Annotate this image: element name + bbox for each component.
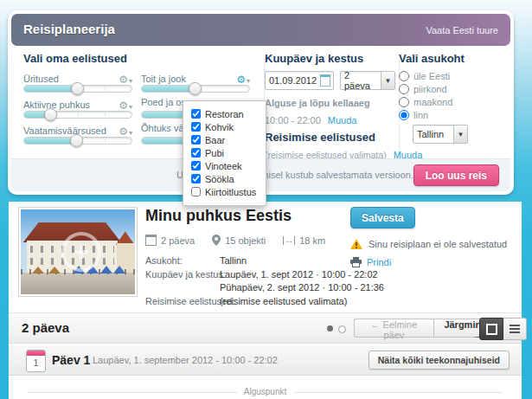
gear-icon: ⚙: [119, 125, 128, 138]
dropdown-item-vinoteek[interactable]: Vinoteek: [191, 159, 266, 172]
slider-tick: [105, 113, 106, 117]
map-view-toggle[interactable]: [479, 318, 503, 340]
meta-days-value: 2 päeva: [161, 235, 195, 246]
show-directions-button[interactable]: Näita kõiki teekonnajuhiseid: [369, 351, 510, 370]
photo-tent: [32, 267, 44, 274]
checkbox[interactable]: [191, 135, 201, 145]
slider-handle[interactable]: [189, 82, 202, 95]
calendar-icon[interactable]: [320, 74, 330, 87]
pager-dot-2[interactable]: [338, 325, 346, 333]
date-value: 01.09.2012: [266, 75, 320, 86]
detail-value: Pühapäev, 2. sept 2012 · 10:00 - 21:36: [220, 282, 384, 293]
save-button[interactable]: Salvesta: [350, 207, 415, 228]
caret-down-icon[interactable]: ▼: [381, 72, 394, 89]
slider-handle[interactable]: [71, 82, 84, 95]
dropdown-item-label: Vinoteek: [205, 161, 242, 171]
dropdown-item-label: Baar: [205, 135, 225, 145]
dropdown-item-label: Söökla: [205, 174, 234, 184]
checkbox[interactable]: [191, 161, 201, 171]
pager-dot-1[interactable]: [327, 325, 333, 331]
dropdown-item-restoran[interactable]: Restoran: [191, 107, 266, 120]
slider-label: Poed ja os: [141, 97, 186, 107]
dropdown-item-baar[interactable]: Baar: [191, 133, 266, 146]
print-row: Prindi: [350, 257, 391, 267]
checkbox[interactable]: [191, 187, 201, 196]
duration-select[interactable]: 2 päeva ▼: [340, 71, 395, 90]
gear-icon: ⚙: [236, 74, 246, 86]
slider-handle[interactable]: [70, 134, 83, 147]
caret-down-icon: ▾: [129, 129, 132, 137]
food-drink-dropdown: Restoran Kohvik Baar Pubi Vinoteek Söökl…: [183, 100, 266, 206]
radio-label: maakond: [413, 97, 452, 107]
slider-label: Vaatamisväärsused: [23, 125, 106, 136]
view-tours-link[interactable]: Vaata Eesti tuure: [426, 25, 498, 35]
duration-value: 2 päeva: [341, 70, 381, 91]
city-select[interactable]: Tallinn ▼: [413, 125, 468, 144]
location-heading: Vali asukoht: [399, 52, 465, 65]
dropdown-item-kiirtoitlustus[interactable]: Kiirtoitlustus: [191, 185, 266, 198]
warning-text: Sinu reisiplaan ei ole salvestatud: [369, 239, 507, 249]
slider-label: Toit ja jook: [141, 74, 186, 84]
dropdown-item-pubi[interactable]: Pubi: [191, 146, 266, 159]
radio-button[interactable]: [399, 71, 409, 81]
date-input[interactable]: 01.09.2012: [265, 71, 334, 90]
caret-down-icon: ▾: [129, 103, 132, 111]
photo-tent: [48, 267, 61, 274]
list-view-toggle[interactable]: [503, 318, 527, 340]
radio-ule-eesti[interactable]: üle Eesti: [399, 71, 450, 81]
slider-fill: [24, 86, 78, 92]
detail-value: Tallinn: [220, 255, 247, 266]
app-title: Reisiplaneerija: [23, 22, 115, 36]
print-link[interactable]: Prindi: [367, 257, 391, 267]
photo-tent: [100, 266, 112, 274]
slider-track[interactable]: [23, 85, 132, 93]
dropdown-item-sookla[interactable]: Söökla: [191, 172, 266, 185]
slider-handle[interactable]: [44, 108, 57, 121]
slider-fill: [24, 138, 77, 144]
unsaved-warning: Sinu reisiplaan ei ole salvestatud: [350, 239, 507, 249]
detail-label: Kuupäev ja kestus:: [145, 269, 226, 280]
meta-days: 2 päeva: [145, 235, 195, 246]
slider-fill: [142, 86, 195, 92]
radio-maakond[interactable]: maakond: [399, 97, 452, 107]
slider-track[interactable]: [23, 137, 132, 145]
slider-track[interactable]: [141, 85, 250, 93]
previous-day-button[interactable]: ← Eelmine päev: [354, 319, 433, 338]
radio-label: linn: [413, 110, 428, 120]
list-view-icon: [510, 325, 520, 333]
trip-photo[interactable]: [19, 208, 137, 296]
calendar-icon: [145, 235, 157, 246]
day-toolbar: 2 päeva ← Eelmine päev Järgmine päev →: [9, 312, 522, 344]
caret-down-icon[interactable]: ▼: [453, 125, 467, 143]
radio-linn[interactable]: linn: [399, 110, 428, 120]
time-heading: Alguse ja lõpu kellaaeg: [265, 98, 370, 108]
day-count-title: 2 päeva: [22, 320, 69, 335]
checkbox[interactable]: [191, 109, 201, 119]
detail-value: Laupäev, 1. sept 2012 · 10:00 - 22:02: [220, 269, 378, 280]
dropdown-item-kohvik[interactable]: Kohvik: [191, 120, 266, 133]
slider-label: Aktiivne puhkus: [23, 100, 90, 110]
planner-card: Reisiplaneerija Vaata Eesti tuure Vali o…: [8, 10, 514, 195]
day-subtitle: Laupäev, 1. september 2012 - 10:00 - 22:…: [93, 355, 278, 365]
checkbox[interactable]: [191, 174, 201, 183]
edit-time-link[interactable]: Muuda: [328, 115, 357, 125]
radio-button[interactable]: [399, 110, 409, 120]
checkbox[interactable]: [191, 122, 201, 132]
radio-piirkond[interactable]: piirkond: [399, 84, 447, 94]
radio-button[interactable]: [399, 97, 409, 107]
day-calendar-icon: 1: [26, 350, 46, 372]
radio-button[interactable]: [399, 84, 409, 94]
meta-distance: ↔18 km: [283, 235, 325, 246]
checkbox[interactable]: [191, 148, 201, 158]
trip-summary-section: Minu puhkus Eestis 2 päeva 15 objekti ↔1…: [9, 202, 522, 399]
trip-planner-page: Reisiplaneerija Vaata Eesti tuure Vali o…: [0, 0, 532, 399]
caret-down-icon: ▾: [129, 77, 132, 85]
map-pin-icon: [212, 235, 221, 246]
trip-meta-row: 2 päeva 15 objekti ↔18 km: [145, 235, 325, 246]
create-trip-button[interactable]: Loo uus reis: [413, 164, 499, 186]
route-start-label: Alguspunkt: [237, 387, 293, 396]
slider-track[interactable]: [23, 111, 132, 119]
radio-label: üle Eesti: [413, 71, 450, 81]
gear-icon: ⚙: [119, 100, 128, 112]
meta-objects: 15 objekti: [212, 235, 266, 246]
